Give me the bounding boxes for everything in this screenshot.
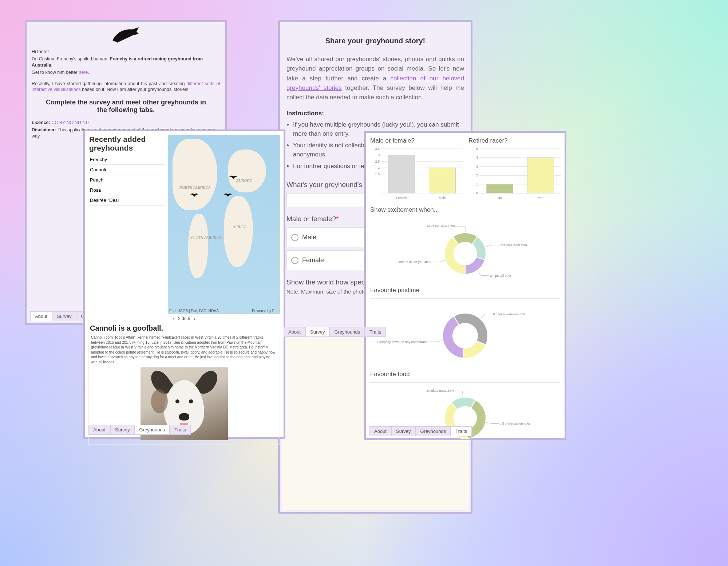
licence-link[interactable]: CC BY-NC-ND 4.0 <box>51 120 88 125</box>
tab-greyhounds[interactable]: Greyhounds <box>415 426 451 436</box>
svg-text:All of the above 40%: All of the above 40% <box>500 422 530 426</box>
tab-greyhounds[interactable]: Greyhounds <box>329 327 365 337</box>
svg-text:Female: Female <box>396 196 407 200</box>
svg-text:Smoked meat 20%: Smoked meat 20% <box>426 389 454 392</box>
recent-title: Recently added greyhounds <box>89 135 165 152</box>
donut-pastime: Go for a walk/run 40%Sleep/lay down on a… <box>371 303 560 368</box>
svg-text:Sleep/lay down on any comforta: Sleep/lay down on any comfortable <box>377 340 428 344</box>
recent-list: Frenchy Cannoli Peach Rosa Desirée "Desi… <box>88 155 165 206</box>
about-intro-3: Recently, I have started gathering infor… <box>32 81 220 93</box>
list-item[interactable]: Rosa <box>88 185 165 195</box>
tab-about[interactable]: About <box>88 425 110 435</box>
svg-text:3: 3 <box>476 165 478 168</box>
list-item[interactable]: Desirée "Desi" <box>88 195 165 206</box>
tab-traits[interactable]: Traits <box>451 426 472 436</box>
pager-next[interactable]: › <box>194 316 195 321</box>
tab-traits[interactable]: Traits <box>170 425 191 435</box>
svg-text:3.5: 3.5 <box>375 147 380 151</box>
map-pager: ‹ 2 de 5 › <box>88 316 280 321</box>
about-here-link[interactable]: here <box>79 70 88 75</box>
survey-intro: We've all shared our greyhounds' stories… <box>286 55 464 103</box>
bar-chart-racer: 012345NoYes <box>468 147 563 201</box>
map-credits-right: Powered by Esri <box>252 309 278 313</box>
svg-text:2.5: 2.5 <box>375 160 380 163</box>
map-marker-icon <box>224 192 232 197</box>
tab-greyhounds[interactable]: Greyhounds <box>134 425 170 435</box>
list-item[interactable]: Peach <box>88 175 165 185</box>
svg-rect-10 <box>388 155 415 193</box>
tab-survey[interactable]: Survey <box>391 426 415 436</box>
svg-text:Go for a walk/run 40%: Go for a walk/run 40% <box>493 312 526 316</box>
tab-survey[interactable]: Survey <box>305 327 329 337</box>
radio-icon <box>291 234 298 241</box>
svg-text:Whips tail 20%: Whips tail 20% <box>490 274 511 278</box>
survey-instructions-heading: Instructions: <box>286 110 464 117</box>
spotlight-bio: Cannoli (born "Rico's Affair", kennel na… <box>88 335 280 364</box>
donut-food: All of the above 40%Other 40%Smoked meat… <box>371 387 560 449</box>
tab-about[interactable]: About <box>284 327 305 337</box>
pager-label: 2 de 5 <box>178 316 190 321</box>
svg-text:Yes: Yes <box>538 196 543 200</box>
survey-tabstrip: About Survey Greyhounds Traits <box>284 327 386 337</box>
svg-text:2: 2 <box>476 174 478 177</box>
svg-rect-12 <box>429 168 456 193</box>
about-licence: Licence: CC BY-NC-ND 4.0 <box>32 120 220 126</box>
about-intro-1: I'm Cristina, Frenchy's spoiled human. F… <box>32 56 220 68</box>
map-label: SOUTH AMERICA <box>190 235 221 239</box>
food-title: Favourite food <box>370 371 560 378</box>
svg-text:4: 4 <box>476 156 478 159</box>
tab-survey[interactable]: Survey <box>110 425 134 435</box>
map-marker-icon <box>190 192 198 197</box>
map-marker-icon <box>229 175 237 179</box>
svg-text:3: 3 <box>378 153 380 157</box>
svg-text:1.5: 1.5 <box>375 172 380 176</box>
tab-survey[interactable]: Survey <box>52 311 76 321</box>
greyhounds-panel: Recently added greyhounds Frenchy Cannol… <box>83 129 285 439</box>
tab-about[interactable]: About <box>369 426 391 436</box>
map-label: EUROPE <box>236 178 252 183</box>
survey-title: Share your greyhound story! <box>286 37 464 45</box>
svg-text:Jumps up on you 40%: Jumps up on you 40% <box>399 260 431 264</box>
about-greeting: Hi there! <box>32 49 220 55</box>
pastime-title: Favourite pastime <box>370 287 560 294</box>
svg-text:0: 0 <box>476 191 478 195</box>
app-logo <box>32 24 220 47</box>
map-label: NORTH AMERICA <box>179 185 211 190</box>
about-headline: Complete the survey and meet other greyh… <box>43 99 209 114</box>
svg-text:Chatters teeth 20%: Chatters teeth 20% <box>499 243 527 247</box>
radio-icon <box>291 257 298 264</box>
chart-title-racer: Retired racer? <box>468 137 563 144</box>
svg-text:All of the above 20%: All of the above 20% <box>427 224 457 228</box>
traits-tabstrip: About Survey Greyhounds Traits <box>369 426 472 436</box>
map-credits-left: Esri, USGS | Esri, FAO, NOAA <box>169 309 219 313</box>
list-item[interactable]: Cannoli <box>88 165 165 175</box>
traits-panel: Male or female? 1.522.533.5FemaleMale Re… <box>364 131 566 440</box>
svg-rect-29 <box>527 158 554 193</box>
excitement-title: Show excitement when... <box>370 206 560 214</box>
svg-text:Male: Male <box>439 196 446 200</box>
bar-chart-sex: 1.522.533.5FemaleMale <box>370 147 465 201</box>
about-intro-2: Get to know him better here. <box>32 69 220 76</box>
donut-excitement: Jumps up on you 40%All of the above 20%C… <box>371 223 560 284</box>
svg-text:No: No <box>498 196 502 200</box>
required-mark: * <box>336 215 339 223</box>
greyhounds-tabstrip: About Survey Greyhounds Traits <box>88 425 191 435</box>
chart-title-sex: Male or female? <box>370 137 465 144</box>
tab-about[interactable]: About <box>30 311 52 321</box>
spotlight-heading: Cannoli is a goofball. <box>90 324 280 332</box>
svg-text:5: 5 <box>476 147 478 151</box>
pager-prev[interactable]: ‹ <box>173 316 174 321</box>
map-label: AFRICA <box>233 224 246 229</box>
svg-text:2: 2 <box>378 166 380 170</box>
list-item[interactable]: Frenchy <box>88 155 165 165</box>
svg-text:1: 1 <box>476 183 478 186</box>
world-map[interactable]: NORTH AMERICA SOUTH AMERICA EUROPE AFRIC… <box>168 135 280 314</box>
svg-rect-27 <box>487 184 513 193</box>
tab-traits[interactable]: Traits <box>365 327 386 337</box>
